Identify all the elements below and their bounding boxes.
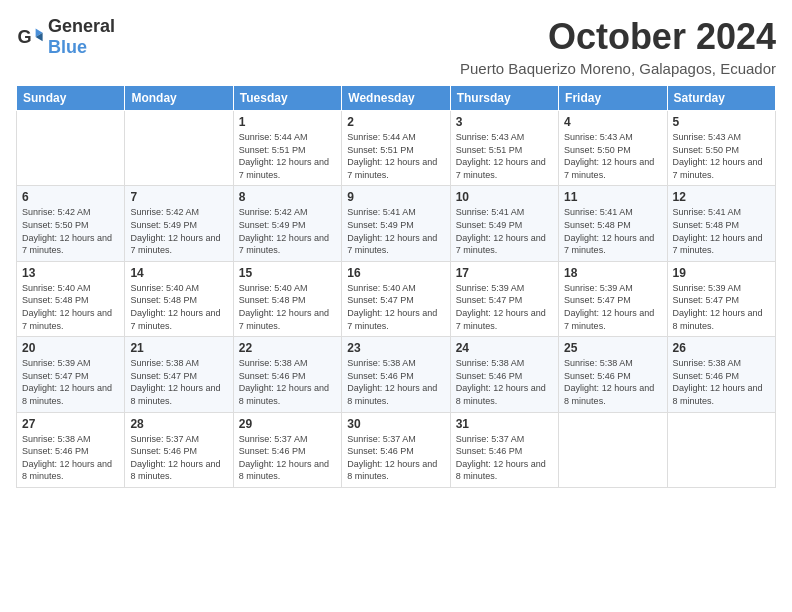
day-info: Sunrise: 5:38 AM Sunset: 5:46 PM Dayligh…	[22, 433, 119, 483]
calendar-cell: 31Sunrise: 5:37 AM Sunset: 5:46 PM Dayli…	[450, 412, 558, 487]
calendar-cell: 6Sunrise: 5:42 AM Sunset: 5:50 PM Daylig…	[17, 186, 125, 261]
day-info: Sunrise: 5:38 AM Sunset: 5:46 PM Dayligh…	[564, 357, 661, 407]
calendar-cell: 2Sunrise: 5:44 AM Sunset: 5:51 PM Daylig…	[342, 111, 450, 186]
calendar-week-1: 1Sunrise: 5:44 AM Sunset: 5:51 PM Daylig…	[17, 111, 776, 186]
page-header: G General Blue October 2024 Puerto Baque…	[16, 16, 776, 77]
calendar-week-3: 13Sunrise: 5:40 AM Sunset: 5:48 PM Dayli…	[17, 261, 776, 336]
calendar-week-4: 20Sunrise: 5:39 AM Sunset: 5:47 PM Dayli…	[17, 337, 776, 412]
calendar-cell: 23Sunrise: 5:38 AM Sunset: 5:46 PM Dayli…	[342, 337, 450, 412]
weekday-header-wednesday: Wednesday	[342, 86, 450, 111]
day-info: Sunrise: 5:38 AM Sunset: 5:47 PM Dayligh…	[130, 357, 227, 407]
calendar-cell: 14Sunrise: 5:40 AM Sunset: 5:48 PM Dayli…	[125, 261, 233, 336]
calendar-cell: 12Sunrise: 5:41 AM Sunset: 5:48 PM Dayli…	[667, 186, 775, 261]
calendar-cell: 24Sunrise: 5:38 AM Sunset: 5:46 PM Dayli…	[450, 337, 558, 412]
weekday-header-tuesday: Tuesday	[233, 86, 341, 111]
calendar-cell: 8Sunrise: 5:42 AM Sunset: 5:49 PM Daylig…	[233, 186, 341, 261]
day-info: Sunrise: 5:41 AM Sunset: 5:49 PM Dayligh…	[347, 206, 444, 256]
calendar-cell: 19Sunrise: 5:39 AM Sunset: 5:47 PM Dayli…	[667, 261, 775, 336]
calendar-cell: 30Sunrise: 5:37 AM Sunset: 5:46 PM Dayli…	[342, 412, 450, 487]
day-info: Sunrise: 5:41 AM Sunset: 5:48 PM Dayligh…	[564, 206, 661, 256]
day-number: 24	[456, 341, 553, 355]
calendar-cell: 17Sunrise: 5:39 AM Sunset: 5:47 PM Dayli…	[450, 261, 558, 336]
day-info: Sunrise: 5:42 AM Sunset: 5:49 PM Dayligh…	[130, 206, 227, 256]
day-number: 5	[673, 115, 770, 129]
calendar-cell: 18Sunrise: 5:39 AM Sunset: 5:47 PM Dayli…	[559, 261, 667, 336]
calendar-cell	[667, 412, 775, 487]
calendar-cell: 15Sunrise: 5:40 AM Sunset: 5:48 PM Dayli…	[233, 261, 341, 336]
calendar-cell: 22Sunrise: 5:38 AM Sunset: 5:46 PM Dayli…	[233, 337, 341, 412]
day-info: Sunrise: 5:40 AM Sunset: 5:47 PM Dayligh…	[347, 282, 444, 332]
day-number: 31	[456, 417, 553, 431]
calendar-cell: 10Sunrise: 5:41 AM Sunset: 5:49 PM Dayli…	[450, 186, 558, 261]
day-info: Sunrise: 5:43 AM Sunset: 5:50 PM Dayligh…	[564, 131, 661, 181]
calendar-cell: 11Sunrise: 5:41 AM Sunset: 5:48 PM Dayli…	[559, 186, 667, 261]
weekday-header-saturday: Saturday	[667, 86, 775, 111]
day-number: 29	[239, 417, 336, 431]
day-number: 6	[22, 190, 119, 204]
day-number: 17	[456, 266, 553, 280]
weekday-header-row: SundayMondayTuesdayWednesdayThursdayFrid…	[17, 86, 776, 111]
day-number: 18	[564, 266, 661, 280]
title-section: October 2024 Puerto Baquerizo Moreno, Ga…	[460, 16, 776, 77]
day-info: Sunrise: 5:39 AM Sunset: 5:47 PM Dayligh…	[673, 282, 770, 332]
day-info: Sunrise: 5:38 AM Sunset: 5:46 PM Dayligh…	[456, 357, 553, 407]
day-number: 25	[564, 341, 661, 355]
day-number: 28	[130, 417, 227, 431]
calendar-cell: 25Sunrise: 5:38 AM Sunset: 5:46 PM Dayli…	[559, 337, 667, 412]
day-info: Sunrise: 5:39 AM Sunset: 5:47 PM Dayligh…	[564, 282, 661, 332]
calendar-cell: 28Sunrise: 5:37 AM Sunset: 5:46 PM Dayli…	[125, 412, 233, 487]
day-info: Sunrise: 5:37 AM Sunset: 5:46 PM Dayligh…	[239, 433, 336, 483]
day-info: Sunrise: 5:43 AM Sunset: 5:51 PM Dayligh…	[456, 131, 553, 181]
day-number: 9	[347, 190, 444, 204]
day-info: Sunrise: 5:40 AM Sunset: 5:48 PM Dayligh…	[239, 282, 336, 332]
logo-icon: G	[16, 23, 44, 51]
calendar-cell: 9Sunrise: 5:41 AM Sunset: 5:49 PM Daylig…	[342, 186, 450, 261]
day-info: Sunrise: 5:42 AM Sunset: 5:50 PM Dayligh…	[22, 206, 119, 256]
calendar-cell	[125, 111, 233, 186]
weekday-header-friday: Friday	[559, 86, 667, 111]
calendar-table: SundayMondayTuesdayWednesdayThursdayFrid…	[16, 85, 776, 488]
weekday-header-sunday: Sunday	[17, 86, 125, 111]
day-number: 3	[456, 115, 553, 129]
day-info: Sunrise: 5:37 AM Sunset: 5:46 PM Dayligh…	[347, 433, 444, 483]
day-info: Sunrise: 5:39 AM Sunset: 5:47 PM Dayligh…	[456, 282, 553, 332]
day-info: Sunrise: 5:43 AM Sunset: 5:50 PM Dayligh…	[673, 131, 770, 181]
day-number: 21	[130, 341, 227, 355]
day-number: 11	[564, 190, 661, 204]
day-number: 12	[673, 190, 770, 204]
day-number: 23	[347, 341, 444, 355]
calendar-cell: 13Sunrise: 5:40 AM Sunset: 5:48 PM Dayli…	[17, 261, 125, 336]
day-number: 8	[239, 190, 336, 204]
logo: G General Blue	[16, 16, 115, 58]
day-number: 7	[130, 190, 227, 204]
day-number: 27	[22, 417, 119, 431]
weekday-header-monday: Monday	[125, 86, 233, 111]
day-info: Sunrise: 5:39 AM Sunset: 5:47 PM Dayligh…	[22, 357, 119, 407]
day-info: Sunrise: 5:41 AM Sunset: 5:48 PM Dayligh…	[673, 206, 770, 256]
day-info: Sunrise: 5:38 AM Sunset: 5:46 PM Dayligh…	[347, 357, 444, 407]
day-number: 14	[130, 266, 227, 280]
day-info: Sunrise: 5:44 AM Sunset: 5:51 PM Dayligh…	[347, 131, 444, 181]
location-title: Puerto Baquerizo Moreno, Galapagos, Ecua…	[460, 60, 776, 77]
calendar-week-5: 27Sunrise: 5:38 AM Sunset: 5:46 PM Dayli…	[17, 412, 776, 487]
logo-general: General	[48, 16, 115, 36]
calendar-cell: 3Sunrise: 5:43 AM Sunset: 5:51 PM Daylig…	[450, 111, 558, 186]
day-number: 26	[673, 341, 770, 355]
calendar-cell: 4Sunrise: 5:43 AM Sunset: 5:50 PM Daylig…	[559, 111, 667, 186]
day-info: Sunrise: 5:44 AM Sunset: 5:51 PM Dayligh…	[239, 131, 336, 181]
day-info: Sunrise: 5:40 AM Sunset: 5:48 PM Dayligh…	[22, 282, 119, 332]
calendar-cell: 20Sunrise: 5:39 AM Sunset: 5:47 PM Dayli…	[17, 337, 125, 412]
day-info: Sunrise: 5:38 AM Sunset: 5:46 PM Dayligh…	[673, 357, 770, 407]
day-info: Sunrise: 5:41 AM Sunset: 5:49 PM Dayligh…	[456, 206, 553, 256]
day-number: 1	[239, 115, 336, 129]
calendar-cell: 1Sunrise: 5:44 AM Sunset: 5:51 PM Daylig…	[233, 111, 341, 186]
day-number: 30	[347, 417, 444, 431]
weekday-header-thursday: Thursday	[450, 86, 558, 111]
day-number: 2	[347, 115, 444, 129]
day-info: Sunrise: 5:38 AM Sunset: 5:46 PM Dayligh…	[239, 357, 336, 407]
day-number: 4	[564, 115, 661, 129]
day-info: Sunrise: 5:40 AM Sunset: 5:48 PM Dayligh…	[130, 282, 227, 332]
calendar-cell: 16Sunrise: 5:40 AM Sunset: 5:47 PM Dayli…	[342, 261, 450, 336]
day-number: 20	[22, 341, 119, 355]
calendar-cell: 29Sunrise: 5:37 AM Sunset: 5:46 PM Dayli…	[233, 412, 341, 487]
